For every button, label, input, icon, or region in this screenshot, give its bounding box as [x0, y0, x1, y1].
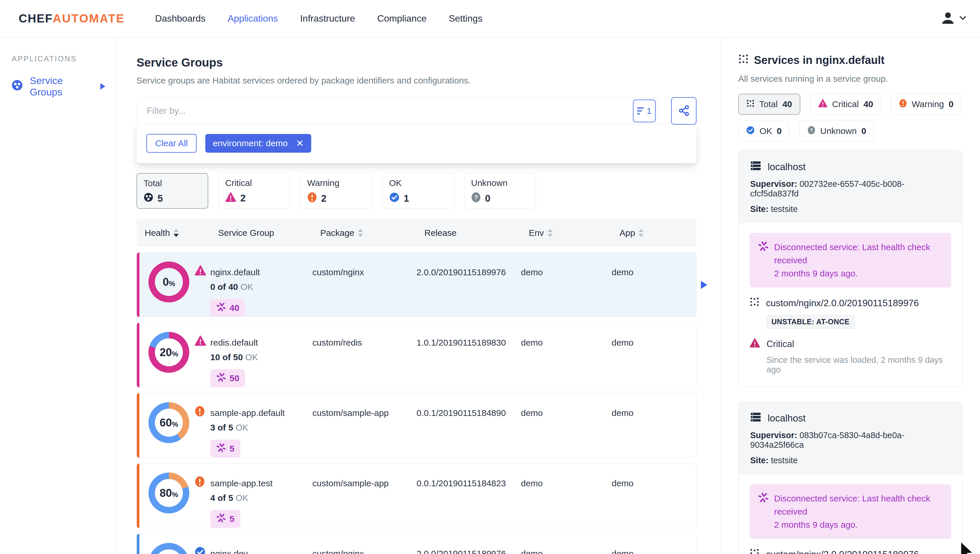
disconnected-count-badge: 50 — [210, 369, 245, 387]
service-card: localhost Supervisor: 083b07ca-5830-4a8d… — [738, 402, 963, 554]
services-dots-icon — [746, 99, 754, 109]
svg-text:?: ? — [474, 194, 478, 201]
service-status-badges: Total40 Critical40 Warning0 OK0 ? Unknow… — [738, 94, 966, 142]
filter-chip-label: environment: demo — [213, 138, 288, 148]
status-card-value: 2 — [321, 193, 326, 204]
service-package: custom/nginx/2.0.0/20190115189976 — [766, 549, 919, 554]
user-menu[interactable] — [942, 12, 966, 26]
status-card-total[interactable]: Total 5 — [137, 173, 208, 209]
column-header-app[interactable]: App — [611, 228, 697, 238]
table-row[interactable]: 20% redis.default 10 of 50 OK 50 custom/… — [137, 323, 697, 387]
badge-total[interactable]: Total40 — [738, 94, 800, 115]
broken-link-icon — [216, 513, 226, 525]
remove-filter-icon[interactable]: ✕ — [296, 139, 304, 148]
status-card-label: Unknown — [471, 178, 536, 188]
app-cell: demo — [612, 323, 696, 387]
active-filters-panel: Clear All environment: demo ✕ — [137, 125, 697, 163]
unknown-icon: ? — [471, 192, 481, 205]
clear-all-button[interactable]: Clear All — [146, 134, 197, 153]
status-card-value: 1 — [404, 193, 409, 204]
env-cell: demo — [521, 393, 612, 457]
status-card-warning[interactable]: Warning 2 — [301, 173, 372, 209]
package-cell: custom/sample-app — [312, 464, 417, 528]
nav-dashboards[interactable]: Dashboards — [155, 13, 205, 24]
selected-row-arrow-icon — [701, 281, 707, 289]
nav-settings[interactable]: Settings — [449, 13, 482, 24]
table-row[interactable]: 80% sample-app.test 4 of 5 OK 5 custom/s… — [137, 463, 697, 528]
status-card-unknown[interactable]: Unknown ? 0 — [465, 173, 536, 209]
filter-chip-environment-demo[interactable]: environment: demo ✕ — [205, 134, 312, 153]
disconnected-banner: Disconnected service: Last health check … — [749, 233, 951, 287]
sort-icon — [547, 229, 553, 237]
share-icon — [678, 105, 690, 117]
sort-icon — [358, 229, 363, 237]
table-row[interactable]: 100% nginx.dev 10 of 10 OK 10 custom/ngi… — [137, 534, 697, 554]
badge-warning[interactable]: Warning0 — [891, 94, 961, 115]
nav-infrastructure[interactable]: Infrastructure — [300, 13, 355, 24]
table-row[interactable]: 60% sample-app.default 3 of 5 OK 5 custo… — [137, 393, 697, 458]
release-cell: 0.0.1/20190115184823 — [417, 464, 521, 528]
main-content: Service Groups Service groups are Habita… — [117, 37, 721, 554]
total-services-icon — [143, 192, 153, 204]
badge-ok[interactable]: OK0 — [738, 121, 789, 142]
service-group-name: redis.default — [210, 338, 312, 348]
release-cell: 1.0.1/20190115189830 — [417, 323, 521, 387]
sidebar-item-label: Service Groups — [30, 75, 86, 98]
badge-critical[interactable]: Critical40 — [810, 94, 881, 115]
nav-compliance[interactable]: Compliance — [377, 13, 426, 24]
filter-count: 1 — [647, 106, 652, 116]
update-strategy-tag: UNSTABLE: AT-ONCE — [767, 315, 854, 329]
page-subtitle: Service groups are Habitat services orde… — [137, 76, 721, 86]
services-dots-icon — [749, 297, 759, 309]
warning-icon — [307, 192, 317, 205]
critical-icon — [194, 335, 206, 347]
status-card-label: Total — [143, 178, 208, 188]
service-group-name: nginx.default — [210, 267, 312, 277]
chef-automate-logo[interactable]: CHEFAUTOMATE — [19, 12, 125, 25]
brand-chef: CHEF — [19, 12, 53, 25]
site-name: testsite — [771, 456, 798, 465]
service-group-name: nginx.dev — [210, 549, 312, 554]
service-card-header: localhost Supervisor: 083b07ca-5830-4a8d… — [738, 402, 962, 474]
panel-title: Services in nginx.default — [754, 54, 885, 67]
brand-automate: AUTOMATE — [53, 12, 125, 25]
service-card: localhost Supervisor: 002732ee-6557-405c… — [738, 150, 963, 387]
column-header-env[interactable]: Env — [520, 228, 611, 238]
column-header-release: Release — [416, 228, 520, 238]
env-cell: demo — [521, 323, 612, 387]
sidebar-item-service-groups[interactable]: Service Groups — [0, 75, 116, 98]
service-groups-icon — [12, 80, 23, 93]
health-ring: 100% — [148, 543, 189, 554]
health-ring: 20% — [148, 332, 189, 373]
ok-icon — [194, 546, 205, 554]
filter-count-button[interactable]: 1 — [633, 99, 655, 122]
badge-unknown[interactable]: ? Unknown0 — [799, 121, 874, 142]
nav-applications[interactable]: Applications — [228, 13, 278, 24]
column-header-package[interactable]: Package — [312, 228, 416, 238]
warning-icon — [194, 406, 205, 418]
filter-input[interactable] — [137, 106, 633, 116]
page-title: Service Groups — [137, 56, 721, 69]
column-header-service-group: Service Group — [210, 228, 312, 238]
table-header: Health Service Group Package Release Env — [137, 219, 697, 247]
table-row[interactable]: 0% nginx.default 0 of 40 OK 40 custom/ng… — [137, 252, 697, 317]
panel-subtitle: All services running in a service group. — [738, 74, 963, 84]
unknown-icon: ? — [807, 126, 816, 137]
share-button[interactable] — [671, 97, 697, 125]
user-icon — [942, 12, 955, 26]
env-cell: demo — [521, 253, 612, 317]
primary-nav: Dashboards Applications Infrastructure C… — [155, 13, 482, 24]
sidebar-section-label: APPLICATIONS — [12, 54, 116, 63]
status-card-value: 2 — [240, 193, 246, 204]
broken-link-icon — [216, 372, 226, 384]
host-name: localhost — [768, 413, 806, 424]
mouse-cursor — [957, 541, 977, 554]
warning-icon — [194, 476, 205, 489]
package-cell: custom/sample-app — [312, 393, 417, 457]
status-card-value: 5 — [158, 193, 163, 204]
package-cell: custom/nginx — [312, 253, 417, 317]
status-card-ok[interactable]: OK 1 — [382, 173, 454, 209]
status-since: Since the service was loaded, 2 months 9… — [767, 355, 951, 375]
status-card-critical[interactable]: Critical 2 — [218, 173, 290, 209]
column-header-health[interactable]: Health — [137, 228, 210, 238]
